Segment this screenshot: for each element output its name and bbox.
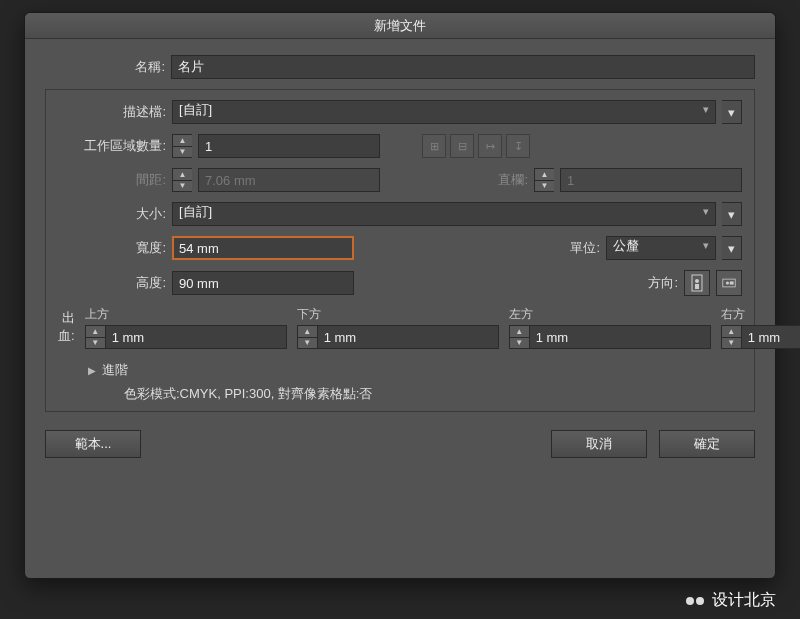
templates-button[interactable]: 範本... — [45, 430, 141, 458]
svg-rect-5 — [730, 281, 734, 284]
bleed-left-input[interactable] — [529, 325, 711, 349]
arrange-row-icon[interactable]: ↦ — [478, 134, 502, 158]
name-label: 名稱: — [45, 58, 165, 76]
profile-dropdown-button[interactable]: ▾ — [722, 100, 742, 124]
svg-point-4 — [726, 281, 729, 284]
bleed-bottom-stepper[interactable]: ▲▼ — [297, 325, 317, 349]
advanced-label: 進階 — [102, 361, 128, 379]
options-group: 描述檔: [自訂] ▾ 工作區域數量: ▲▼ ⊞ ⊟ ↦ ↧ — [45, 89, 755, 412]
size-dropdown[interactable]: [自訂] — [172, 202, 716, 226]
cancel-button[interactable]: 取消 — [551, 430, 647, 458]
size-label: 大小: — [58, 205, 166, 223]
bleed-right-input[interactable] — [741, 325, 800, 349]
ok-button[interactable]: 確定 — [659, 430, 755, 458]
portrait-icon — [690, 274, 704, 292]
units-label: 單位: — [550, 239, 600, 257]
spacing-stepper: ▲▼ — [172, 168, 192, 192]
arrange-grid-col-icon[interactable]: ⊟ — [450, 134, 474, 158]
orientation-landscape-button[interactable] — [716, 270, 742, 296]
bleed-right-label: 右方 — [721, 306, 800, 323]
spacing-input — [198, 168, 380, 192]
advanced-disclosure[interactable]: ▶ 進階 — [88, 361, 742, 379]
bleed-bottom-label: 下方 — [297, 306, 499, 323]
watermark-text: 设计北京 — [712, 590, 776, 611]
profile-label: 描述檔: — [58, 103, 166, 121]
bleed-top-label: 上方 — [85, 306, 287, 323]
size-dropdown-button[interactable]: ▾ — [722, 202, 742, 226]
dialog-title: 新增文件 — [25, 13, 775, 39]
bleed-left-stepper[interactable]: ▲▼ — [509, 325, 529, 349]
height-input[interactable] — [172, 271, 354, 295]
orientation-label: 方向: — [628, 274, 678, 292]
columns-input — [560, 168, 742, 192]
width-label: 寬度: — [58, 239, 166, 257]
artboards-input[interactable] — [198, 134, 380, 158]
profile-dropdown[interactable]: [自訂] — [172, 100, 716, 124]
landscape-icon — [722, 274, 736, 292]
spacing-label: 間距: — [58, 171, 166, 189]
units-dropdown[interactable]: 公釐 — [606, 236, 716, 260]
arrange-buttons: ⊞ ⊟ ↦ ↧ — [422, 134, 530, 158]
bleed-top-stepper[interactable]: ▲▼ — [85, 325, 105, 349]
units-dropdown-button[interactable]: ▾ — [722, 236, 742, 260]
advanced-summary: 色彩模式:CMYK, PPI:300, 對齊像素格點:否 — [124, 385, 742, 403]
watermark: 设计北京 — [686, 590, 776, 611]
bleed-label: 出血: — [58, 309, 75, 349]
bleed-right-stepper[interactable]: ▲▼ — [721, 325, 741, 349]
height-label: 高度: — [58, 274, 166, 292]
bleed-top-input[interactable] — [105, 325, 287, 349]
bleed-left-label: 左方 — [509, 306, 711, 323]
width-input[interactable] — [172, 236, 354, 260]
bleed-bottom-input[interactable] — [317, 325, 499, 349]
disclosure-triangle-icon: ▶ — [88, 365, 96, 376]
new-document-dialog: 新增文件 名稱: 描述檔: [自訂] ▾ 工作區域數量: ▲▼ — [24, 12, 776, 579]
columns-label: 直欄: — [478, 171, 528, 189]
arrange-col-icon[interactable]: ↧ — [506, 134, 530, 158]
profile-value: [自訂] — [179, 102, 212, 117]
artboards-stepper[interactable]: ▲▼ — [172, 134, 192, 158]
orientation-portrait-button[interactable] — [684, 270, 710, 296]
name-input[interactable] — [171, 55, 755, 79]
dialog-content: 名稱: 描述檔: [自訂] ▾ 工作區域數量: ▲▼ ⊞ ⊟ — [25, 39, 775, 470]
size-value: [自訂] — [179, 204, 212, 219]
svg-point-1 — [695, 279, 699, 283]
units-value: 公釐 — [613, 238, 639, 253]
columns-stepper: ▲▼ — [534, 168, 554, 192]
arrange-grid-row-icon[interactable]: ⊞ — [422, 134, 446, 158]
artboards-label: 工作區域數量: — [58, 137, 166, 155]
wechat-icon — [686, 597, 704, 605]
svg-rect-2 — [695, 284, 699, 289]
